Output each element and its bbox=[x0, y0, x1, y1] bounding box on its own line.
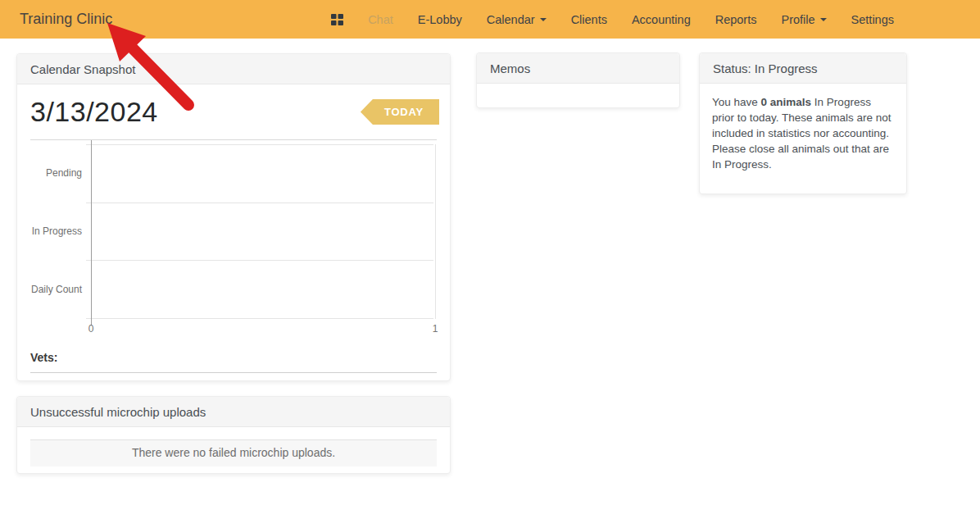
caret-down-icon bbox=[820, 18, 827, 21]
chart-right-border bbox=[435, 144, 436, 319]
caret-down-icon bbox=[540, 18, 547, 21]
status-text-bold: 0 animals bbox=[761, 96, 812, 108]
nav-item-label: Clients bbox=[571, 13, 607, 26]
nav-item-apps[interactable] bbox=[319, 14, 356, 25]
nav-item-label: Accounting bbox=[632, 13, 691, 26]
nav-item-elobby[interactable]: E-Lobby bbox=[406, 13, 474, 26]
microchip-uploads-body: There were no failed microchip uploads. bbox=[17, 427, 450, 467]
chart-category-label: Daily Count bbox=[8, 284, 82, 295]
microchip-uploads-card: Unsuccessful microchip uploads There wer… bbox=[16, 396, 451, 474]
nav-item-label: Profile bbox=[781, 13, 814, 26]
nav-item-clients[interactable]: Clients bbox=[559, 13, 619, 26]
chart-category-label: Pending bbox=[8, 167, 82, 179]
calendar-snapshot-card: Calendar Snapshot 3/13/2024 TODAY Pendin… bbox=[16, 53, 451, 381]
nav-item-label: Calendar bbox=[487, 13, 535, 26]
nav-item-label: Chat bbox=[368, 13, 393, 26]
vets-label: Vets: bbox=[30, 351, 57, 364]
status-card: Status: In Progress You have 0 animals I… bbox=[699, 52, 907, 194]
top-navbar: Training Clinic Chat E-Lobby Calendar Cl… bbox=[0, 0, 980, 39]
microchip-uploads-header: Unsuccessful microchip uploads bbox=[17, 397, 450, 427]
nav-menu: Chat E-Lobby Calendar Clients Accounting… bbox=[319, 13, 906, 26]
nav-item-profile[interactable]: Profile bbox=[769, 13, 838, 26]
date-row: 3/13/2024 TODAY bbox=[30, 84, 437, 140]
nav-item-label: E-Lobby bbox=[418, 13, 462, 26]
calendar-snapshot-chart: Pending In Progress Daily Count 0 1 bbox=[17, 140, 450, 334]
chart-y-axis bbox=[91, 140, 92, 325]
status-message: You have 0 animals In Progress prior to … bbox=[700, 84, 906, 183]
brand-link[interactable]: Training Clinic bbox=[20, 11, 112, 28]
chart-gridline bbox=[86, 203, 433, 203]
nav-item-settings[interactable]: Settings bbox=[839, 13, 906, 26]
chart-category-label: In Progress bbox=[8, 225, 82, 237]
memos-card: Memos bbox=[476, 52, 680, 108]
microchip-empty-row: There were no failed microchip uploads. bbox=[30, 439, 437, 467]
nav-item-calendar[interactable]: Calendar bbox=[474, 13, 559, 26]
chart-gridline bbox=[86, 318, 433, 319]
chart-x-tick: 1 bbox=[427, 323, 443, 335]
nav-item-chat[interactable]: Chat bbox=[356, 13, 406, 26]
vets-divider bbox=[30, 372, 437, 373]
chart-x-tick: 0 bbox=[83, 323, 99, 335]
today-button[interactable]: TODAY bbox=[361, 99, 439, 125]
chart-gridline bbox=[86, 260, 433, 261]
nav-item-accounting[interactable]: Accounting bbox=[619, 13, 703, 26]
apps-grid-icon bbox=[331, 14, 343, 25]
nav-item-label: Settings bbox=[851, 13, 894, 26]
status-header: Status: In Progress bbox=[700, 53, 906, 84]
memos-header: Memos bbox=[477, 53, 679, 84]
chart-gridline bbox=[86, 144, 433, 145]
vets-section: Vets: bbox=[17, 334, 450, 373]
memos-body bbox=[477, 84, 679, 107]
calendar-snapshot-header: Calendar Snapshot bbox=[17, 54, 450, 84]
nav-item-label: Reports bbox=[715, 13, 757, 26]
nav-item-reports[interactable]: Reports bbox=[703, 13, 769, 26]
status-text-prefix: You have bbox=[712, 96, 761, 108]
current-date: 3/13/2024 bbox=[30, 96, 158, 128]
